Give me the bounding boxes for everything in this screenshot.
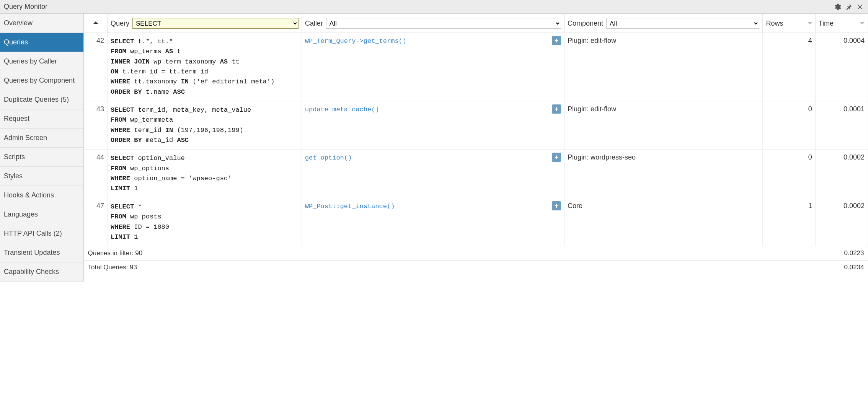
row-number: 43 — [84, 101, 108, 150]
table-row: 44SELECT option_value FROM wp_options WH… — [84, 150, 868, 198]
row-rows: 1 — [763, 198, 815, 246]
col-rows-label: Rows — [766, 20, 783, 28]
sidebar-item-label: Queries by Component — [4, 77, 75, 84]
row-caller: get_option()+ — [302, 150, 564, 198]
panel-title: Query Monitor — [4, 3, 47, 11]
footer-filter-label: Queries in filter: 90 — [84, 246, 816, 261]
gear-icon[interactable] — [834, 3, 841, 11]
sidebar-item-hooks-actions[interactable]: Hooks & Actions — [0, 186, 83, 205]
row-query: SELECT * FROM wp_posts WHERE ID = 1880 L… — [107, 198, 302, 246]
main-content: Query SELECT Caller All — [84, 14, 868, 282]
sidebar-item-request[interactable]: Request — [0, 109, 83, 129]
col-query-label: Query — [111, 20, 129, 28]
component-filter-select[interactable]: All — [606, 18, 759, 29]
col-query-header: Query SELECT — [107, 14, 302, 33]
sidebar-item-label: Hooks & Actions — [4, 191, 54, 199]
titlebar-icons — [828, 3, 864, 11]
row-number: 44 — [84, 150, 108, 198]
sidebar-item-label: Queries by Caller — [4, 57, 57, 65]
col-caller-label: Caller — [305, 20, 323, 28]
row-component: Plugin: edit-flow — [565, 101, 763, 150]
sidebar-item-admin-screen[interactable]: Admin Screen — [0, 129, 83, 148]
caller-link[interactable]: WP_Post::get_instance() — [305, 203, 395, 210]
col-time-header[interactable]: Time — [815, 14, 868, 33]
row-caller: WP_Term_Query->get_terms()+ — [302, 33, 564, 101]
row-query: SELECT term_id, meta_key, meta_value FRO… — [107, 101, 302, 150]
caller-link[interactable]: update_meta_cache() — [305, 106, 379, 113]
sidebar-item-label: Capability Checks — [4, 268, 59, 275]
sidebar-item-http-api-calls-2[interactable]: HTTP API Calls (2) — [0, 224, 83, 243]
row-number: 42 — [84, 33, 108, 101]
col-time-label: Time — [819, 20, 834, 28]
col-component-header: Component All — [565, 14, 763, 33]
table-row: 42SELECT t.*, tt.* FROM wp_terms AS t IN… — [84, 33, 868, 101]
row-rows: 0 — [763, 101, 815, 150]
sidebar-item-duplicate-queries-5[interactable]: Duplicate Queries (5) — [0, 90, 83, 109]
sidebar-item-capability-checks[interactable]: Capability Checks — [0, 262, 83, 282]
col-rows-header[interactable]: Rows — [763, 14, 815, 33]
col-component-label: Component — [568, 20, 603, 28]
row-rows: 0 — [763, 150, 815, 198]
close-icon[interactable] — [857, 3, 864, 11]
sidebar-item-styles[interactable]: Styles — [0, 167, 83, 186]
sql-code: SELECT * FROM wp_posts WHERE ID = 1880 L… — [111, 202, 299, 242]
sort-icon — [808, 22, 812, 27]
query-filter-select[interactable]: SELECT — [132, 18, 299, 29]
sidebar-item-queries-by-caller[interactable]: Queries by Caller — [0, 52, 83, 71]
row-component: Plugin: edit-flow — [565, 33, 763, 101]
sidebar-item-label: Transient Updates — [4, 249, 60, 256]
sql-code: SELECT t.*, tt.* FROM wp_terms AS t INNE… — [111, 37, 299, 97]
sort-asc-icon — [93, 19, 98, 24]
sidebar-item-queries[interactable]: Queries — [0, 33, 83, 52]
table-row: 43SELECT term_id, meta_key, meta_value F… — [84, 101, 868, 150]
row-rows: 4 — [763, 33, 815, 101]
footer-total-label: Total Queries: 93 — [84, 261, 816, 275]
sidebar: OverviewQueriesQueries by CallerQueries … — [0, 14, 84, 282]
sidebar-item-label: Duplicate Queries (5) — [4, 96, 69, 103]
row-time: 0.0002 — [815, 198, 868, 246]
footer-filter-time: 0.0223 — [815, 246, 868, 261]
sidebar-item-transient-updates[interactable]: Transient Updates — [0, 243, 83, 262]
row-caller: WP_Post::get_instance()+ — [302, 198, 564, 246]
sidebar-item-label: HTTP API Calls (2) — [4, 230, 62, 237]
sidebar-item-label: Styles — [4, 172, 23, 180]
row-component: Plugin: wordpress-seo — [565, 150, 763, 198]
sidebar-item-label: Overview — [4, 19, 33, 27]
sort-icon — [860, 22, 865, 27]
sidebar-item-queries-by-component[interactable]: Queries by Component — [0, 71, 83, 90]
queries-table: Query SELECT Caller All — [84, 14, 868, 274]
expand-caller-button[interactable]: + — [552, 36, 561, 45]
col-num-header[interactable] — [84, 14, 108, 33]
sidebar-item-label: Queries — [4, 38, 28, 46]
caller-link[interactable]: WP_Term_Query->get_terms() — [305, 37, 406, 45]
sql-code: SELECT term_id, meta_key, meta_value FRO… — [111, 105, 299, 145]
titlebar-separator — [828, 3, 828, 11]
titlebar: Query Monitor — [0, 0, 868, 14]
expand-caller-button[interactable]: + — [552, 104, 561, 114]
pin-icon[interactable] — [845, 3, 853, 11]
footer-filter-row: Queries in filter: 90 0.0223 — [84, 246, 868, 261]
sidebar-item-languages[interactable]: Languages — [0, 205, 83, 224]
caller-filter-select[interactable]: All — [326, 18, 561, 29]
row-caller: update_meta_cache()+ — [302, 101, 564, 150]
sql-code: SELECT option_value FROM wp_options WHER… — [111, 153, 299, 194]
footer-total-row: Total Queries: 93 0.0234 — [84, 261, 868, 275]
sidebar-item-overview[interactable]: Overview — [0, 14, 83, 33]
row-component: Core — [565, 198, 763, 246]
sidebar-item-label: Request — [4, 115, 29, 122]
row-query: SELECT t.*, tt.* FROM wp_terms AS t INNE… — [107, 33, 302, 101]
sidebar-item-label: Admin Screen — [4, 134, 47, 142]
row-query: SELECT option_value FROM wp_options WHER… — [107, 150, 302, 198]
caller-link[interactable]: get_option() — [305, 154, 352, 161]
footer-total-time: 0.0234 — [815, 261, 868, 275]
sidebar-item-label: Scripts — [4, 153, 25, 161]
row-number: 47 — [84, 198, 108, 246]
expand-caller-button[interactable]: + — [552, 153, 561, 162]
table-row: 47SELECT * FROM wp_posts WHERE ID = 1880… — [84, 198, 868, 246]
col-caller-header: Caller All — [302, 14, 564, 33]
expand-caller-button[interactable]: + — [552, 201, 561, 210]
sidebar-item-scripts[interactable]: Scripts — [0, 148, 83, 167]
row-time: 0.0004 — [815, 33, 868, 101]
row-time: 0.0002 — [815, 150, 868, 198]
sidebar-item-label: Languages — [4, 210, 38, 218]
